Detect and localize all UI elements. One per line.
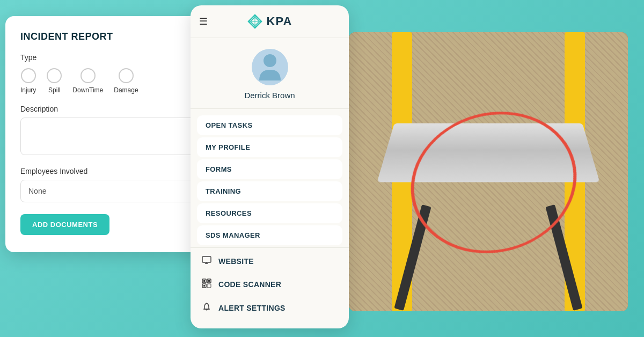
menu-hamburger-button[interactable]: ☰ bbox=[199, 16, 208, 27]
nav-label-website: WEBSITE bbox=[218, 257, 338, 266]
nav-item-forms[interactable]: FORMS bbox=[197, 159, 342, 179]
nav-label-forms: FORMS bbox=[206, 165, 232, 173]
user-avatar bbox=[252, 49, 288, 85]
nav-menu-items: OPEN TASKS MY PROFILE FORMS TRAINING RES… bbox=[191, 109, 349, 324]
nav-label-resources: RESOURCES bbox=[206, 209, 252, 217]
nav-label-alert-settings: ALERT SETTINGS bbox=[218, 304, 338, 312]
type-label: Type bbox=[20, 53, 208, 62]
type-radio-downtime[interactable] bbox=[80, 68, 96, 83]
type-downtime[interactable]: DownTime bbox=[72, 68, 103, 94]
svg-rect-5 bbox=[202, 257, 211, 262]
bell-icon bbox=[201, 302, 212, 314]
add-documents-button[interactable]: ADD DOCUMENTS bbox=[20, 214, 109, 235]
employees-label: Employees Involved bbox=[20, 167, 208, 175]
type-injury[interactable]: Injury bbox=[20, 68, 36, 94]
nav-label-my-profile: MY PROFILE bbox=[206, 143, 250, 151]
nav-item-website[interactable]: WEBSITE bbox=[191, 250, 349, 273]
ladder-photo bbox=[349, 32, 628, 311]
employees-dropdown[interactable]: None bbox=[20, 180, 208, 202]
type-label-damage: Damage bbox=[114, 86, 138, 94]
nav-item-my-profile[interactable]: MY PROFILE bbox=[197, 137, 342, 157]
qr-code-icon bbox=[201, 279, 212, 290]
nav-label-training: TRAINING bbox=[206, 187, 241, 195]
type-label-downtime: DownTime bbox=[72, 86, 103, 94]
nav-item-open-tasks[interactable]: OPEN TASKS bbox=[197, 115, 342, 135]
nav-header: ☰ KPA bbox=[191, 5, 349, 38]
svg-rect-18 bbox=[207, 284, 211, 288]
type-radio-damage[interactable] bbox=[119, 68, 134, 83]
nav-divider bbox=[191, 247, 349, 248]
type-options: Injury Spill DownTime Damage bbox=[20, 68, 208, 94]
nav-item-training[interactable]: TRAINING bbox=[197, 181, 342, 201]
ladder-step bbox=[377, 123, 599, 182]
nav-item-code-scanner[interactable]: CODE SCANNER bbox=[191, 273, 349, 296]
nav-label-code-scanner: CODE SCANNER bbox=[218, 280, 338, 289]
type-spill[interactable]: Spill bbox=[47, 68, 62, 94]
user-name: Derrick Brown bbox=[244, 91, 295, 100]
kpa-logo-text: KPA bbox=[267, 14, 292, 28]
employees-dropdown-wrapper: None ▼ bbox=[20, 180, 208, 202]
incident-title: INCIDENT REPORT bbox=[20, 31, 208, 42]
svg-point-4 bbox=[264, 54, 276, 67]
type-label-injury: Injury bbox=[20, 86, 36, 94]
nav-label-open-tasks: OPEN TASKS bbox=[206, 121, 253, 129]
type-label-spill: Spill bbox=[48, 86, 61, 94]
kpa-logo: KPA bbox=[247, 14, 292, 29]
type-damage[interactable]: Damage bbox=[114, 68, 138, 94]
user-section: Derrick Brown bbox=[191, 38, 349, 109]
description-label: Description bbox=[20, 105, 208, 113]
type-radio-injury[interactable] bbox=[21, 68, 36, 83]
svg-rect-11 bbox=[203, 280, 205, 282]
svg-rect-13 bbox=[203, 285, 205, 287]
description-input[interactable] bbox=[20, 118, 208, 155]
svg-rect-12 bbox=[208, 280, 210, 282]
type-radio-spill[interactable] bbox=[47, 68, 62, 83]
monitor-icon bbox=[201, 256, 212, 267]
nav-item-alert-settings[interactable]: ALERT SETTINGS bbox=[191, 296, 349, 320]
avatar-person-icon bbox=[257, 51, 283, 83]
kpa-diamond-icon bbox=[247, 14, 262, 29]
nav-menu-card: ☰ KPA Derrick Brown OPEN TASKS MY P bbox=[191, 5, 349, 328]
nav-item-sds-manager[interactable]: SDS MANAGER bbox=[197, 225, 342, 245]
nav-item-resources[interactable]: RESOURCES bbox=[197, 203, 342, 223]
nav-label-sds-manager: SDS MANAGER bbox=[206, 231, 260, 239]
hamburger-icon: ☰ bbox=[199, 16, 208, 27]
